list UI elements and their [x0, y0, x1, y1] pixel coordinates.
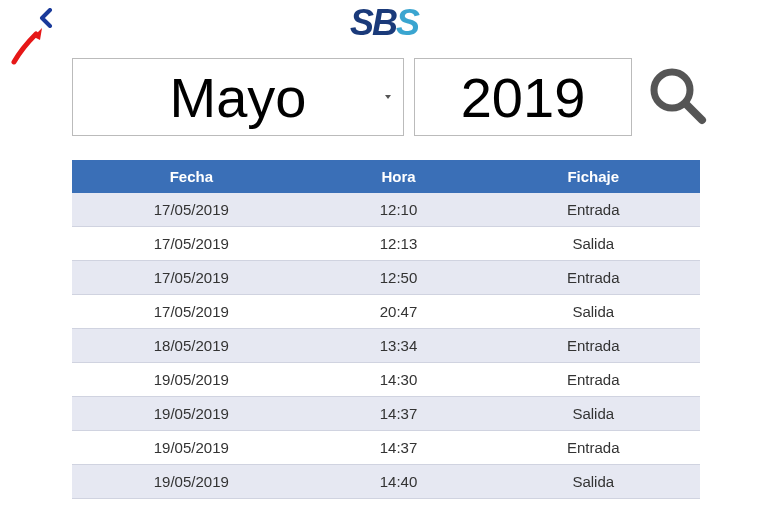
table-header-row: Fecha Hora Fichaje	[72, 160, 700, 193]
logo-letter: S	[350, 2, 372, 43]
cell-type: Salida	[486, 397, 700, 431]
col-time: Hora	[311, 160, 487, 193]
cell-type: Salida	[486, 227, 700, 261]
search-icon	[646, 64, 708, 126]
cell-type: Entrada	[486, 329, 700, 363]
cell-date: 17/05/2019	[72, 193, 311, 227]
col-date: Fecha	[72, 160, 311, 193]
year-value: 2019	[461, 65, 586, 130]
cell-type: Entrada	[486, 431, 700, 465]
cell-date: 19/05/2019	[72, 397, 311, 431]
cell-time: 13:34	[311, 329, 487, 363]
chevron-left-icon	[38, 8, 54, 28]
cell-date: 18/05/2019	[72, 329, 311, 363]
filter-controls: Mayo 2019	[72, 58, 708, 136]
cell-date: 19/05/2019	[72, 363, 311, 397]
annotation-arrow-icon	[8, 26, 48, 70]
cell-date: 17/05/2019	[72, 261, 311, 295]
cell-time: 14:37	[311, 431, 487, 465]
cell-time: 20:47	[311, 295, 487, 329]
table-row: 17/05/201912:13Salida	[72, 227, 700, 261]
table-row: 19/05/201914:37Entrada	[72, 431, 700, 465]
logo-letter: S	[396, 2, 418, 43]
cell-time: 14:37	[311, 397, 487, 431]
cell-date: 17/05/2019	[72, 295, 311, 329]
cell-type: Salida	[486, 465, 700, 499]
cell-type: Entrada	[486, 261, 700, 295]
dropdown-caret-icon	[385, 95, 391, 99]
cell-type: Entrada	[486, 363, 700, 397]
month-select[interactable]: Mayo	[72, 58, 404, 136]
table-row: 17/05/201912:10Entrada	[72, 193, 700, 227]
cell-time: 12:50	[311, 261, 487, 295]
cell-time: 14:30	[311, 363, 487, 397]
cell-type: Entrada	[486, 193, 700, 227]
cell-type: Salida	[486, 295, 700, 329]
cell-time: 12:10	[311, 193, 487, 227]
table-row: 17/05/201920:47Salida	[72, 295, 700, 329]
logo-letter: B	[372, 2, 396, 43]
cell-time: 12:13	[311, 227, 487, 261]
table-row: 18/05/201913:34Entrada	[72, 329, 700, 363]
table-row: 19/05/201914:30Entrada	[72, 363, 700, 397]
cell-date: 19/05/2019	[72, 465, 311, 499]
table-row: 17/05/201912:50Entrada	[72, 261, 700, 295]
cell-date: 17/05/2019	[72, 227, 311, 261]
table-row: 19/05/201914:40Salida	[72, 465, 700, 499]
table-row: 19/05/201914:37Salida	[72, 397, 700, 431]
search-button[interactable]	[646, 64, 708, 130]
month-value: Mayo	[170, 65, 307, 130]
svg-line-2	[686, 104, 702, 120]
attendance-table: Fecha Hora Fichaje 17/05/201912:10Entrad…	[72, 160, 700, 499]
col-type: Fichaje	[486, 160, 700, 193]
cell-date: 19/05/2019	[72, 431, 311, 465]
year-input[interactable]: 2019	[414, 58, 632, 136]
cell-time: 14:40	[311, 465, 487, 499]
sbs-logo: SBS	[350, 2, 418, 44]
